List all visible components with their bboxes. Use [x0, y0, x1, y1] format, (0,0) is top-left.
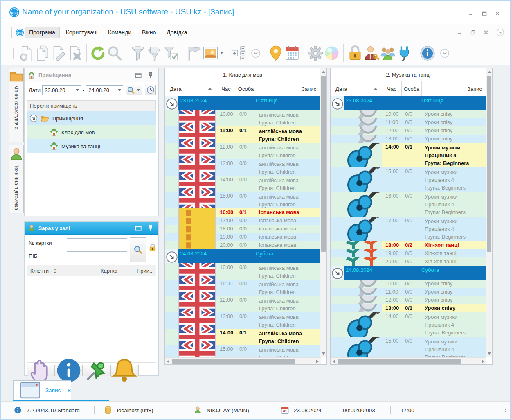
- menu-item[interactable]: Довідка: [162, 27, 191, 38]
- minimize-button[interactable]: [466, 10, 475, 17]
- schedule-slot-row[interactable]: 17:000/0іспанська мова: [165, 217, 320, 225]
- chevron-down-icon[interactable]: [74, 86, 81, 95]
- hall-extra-box[interactable]: [138, 365, 157, 375]
- schedule-slot-row[interactable]: 14:000/1Уроки музикиПрацівник 4Група: Be…: [331, 143, 486, 167]
- mdi-restore-button[interactable]: [470, 29, 476, 35]
- schedule-slot-row[interactable]: 12:000/0англійська моваГрупа: Children: [165, 296, 320, 312]
- column-header[interactable]: Особа: [401, 81, 421, 96]
- bell-button[interactable]: [110, 365, 138, 376]
- schedule-slot-row[interactable]: 10:000/0Уроки співу: [331, 280, 486, 288]
- card-number-input[interactable]: [67, 238, 127, 248]
- column-header[interactable]: Запис: [256, 81, 320, 96]
- overflow-icon[interactable]: [251, 45, 261, 62]
- colors-icon[interactable]: [324, 45, 340, 62]
- schedule-slot-row[interactable]: 14:000/0Уроки музикиПрацівник 4Група: Be…: [331, 312, 486, 337]
- schedule-slot-row[interactable]: 13:000/0англійська моваГрупа: Children: [165, 312, 320, 329]
- vertical-scroll-thumb[interactable]: [487, 76, 491, 252]
- schedule-slot-row[interactable]: 14:000/1англійська моваГрупа: Children: [165, 329, 320, 345]
- schedule-slot-row[interactable]: 20:000/0іспанська мова: [165, 241, 320, 249]
- panel-pin-icon[interactable]: [146, 224, 155, 232]
- column-header[interactable]: Час: [382, 81, 401, 96]
- hand-button[interactable]: [27, 365, 55, 376]
- flag-icon[interactable]: [186, 45, 202, 62]
- schedule-slot-row[interactable]: 15:000/0Уроки музикиПрацівник 4Група: Be…: [331, 167, 486, 192]
- schedule-slot-row[interactable]: 17:000/0Уроки музикиПрацівник 4Група: Be…: [331, 217, 486, 241]
- tree-room-row[interactable]: Музика та танці: [27, 139, 156, 153]
- schedule-slot-row[interactable]: 15:000/0англійська моваГрупа: Children: [165, 345, 320, 357]
- horizontal-scrollbar[interactable]: [165, 357, 321, 364]
- name-input[interactable]: [67, 251, 127, 261]
- column-header[interactable]: Запис: [421, 81, 486, 96]
- resize-grip-icon[interactable]: [501, 409, 507, 414]
- panel-pin-icon[interactable]: [146, 72, 155, 79]
- menu-item[interactable]: Команди: [104, 27, 136, 38]
- date-group-row[interactable]: 24.08.2024Субота: [331, 266, 486, 280]
- schedule-slot-row[interactable]: 13:000/0англійська моваГрупа: Children: [165, 159, 320, 176]
- date-group-row[interactable]: 23.08.2024П'ятниця: [165, 96, 320, 110]
- schedule-slot-row[interactable]: 12:000/0Уроки співу: [331, 126, 486, 135]
- vertical-scrollbar[interactable]: [320, 68, 326, 357]
- refresh-icon[interactable]: [90, 45, 106, 62]
- mdi-close-button[interactable]: [483, 29, 489, 35]
- panel-maximize-icon[interactable]: [134, 72, 143, 79]
- date-to-combo[interactable]: 24.08.20: [86, 85, 123, 95]
- schedule-slot-row[interactable]: 20:000/0Хіп-хоп танці: [331, 257, 486, 266]
- info-icon[interactable]: [419, 45, 436, 62]
- schedule-slot-row[interactable]: 16:000/0Уроки музикиПрацівник 4Група: Be…: [331, 192, 486, 217]
- tree-collapse-icon[interactable]: [230, 45, 247, 62]
- filter-apply-icon[interactable]: [162, 45, 179, 62]
- schedule-slot-row[interactable]: 10:000/0англійська моваГрупа: Children: [165, 110, 320, 126]
- calendar-icon[interactable]: [284, 45, 300, 62]
- column-header[interactable]: Особа: [236, 81, 256, 96]
- schedule-slot-row[interactable]: 11:000/0Уроки співу: [331, 288, 486, 296]
- clients-column-header[interactable]: Клієнти - 0: [27, 265, 97, 276]
- schedule-slot-row[interactable]: 13:000/0Уроки співу: [331, 135, 486, 143]
- search-split-button[interactable]: [126, 85, 143, 95]
- delete-record-icon[interactable]: [67, 45, 83, 62]
- menu-overflow-icon[interactable]: [496, 28, 504, 36]
- schedule-slot-row[interactable]: 13:000/1Уроки співу: [331, 304, 486, 312]
- schedule-slot-row[interactable]: 11:000/0Уроки співу: [331, 118, 486, 126]
- column-header[interactable]: Дата: [165, 81, 216, 96]
- time-button[interactable]: [145, 85, 156, 95]
- tree-room-row[interactable]: Клас для мов: [27, 125, 156, 139]
- card-column-header[interactable]: Картка: [97, 265, 133, 276]
- plugins-icon[interactable]: [396, 45, 412, 62]
- lock-icon[interactable]: [148, 243, 157, 252]
- schedule-slot-row[interactable]: 12:000/0англійська моваГрупа: Children: [165, 143, 320, 159]
- tab-zapis[interactable]: Запис ×: [13, 380, 71, 400]
- schedule-slot-row[interactable]: 16:000/1іспанська мова: [165, 208, 320, 217]
- menu-grip[interactable]: [11, 27, 14, 38]
- toolbar-grip[interactable]: [11, 48, 14, 59]
- close-button[interactable]: [493, 10, 502, 17]
- schedule-slot-row[interactable]: 19:000/0іспанська мова: [165, 233, 320, 241]
- panel-maximize-icon[interactable]: [134, 224, 143, 232]
- schedule-slot-row[interactable]: 11:000/1англійська моваГрупа: Children: [165, 126, 320, 143]
- lock-icon[interactable]: [347, 45, 363, 62]
- image-mode-icon[interactable]: [202, 45, 223, 62]
- vertical-scrollbar[interactable]: [486, 68, 492, 357]
- date-group-row[interactable]: 23.08.2024П'ятниця: [331, 96, 486, 110]
- schedule-slot-row[interactable]: 19:000/0Хіп-хоп танці: [331, 249, 486, 257]
- schedule-slot-row[interactable]: 11:000/0англійська моваГрупа: Children: [165, 280, 320, 296]
- date-group-row[interactable]: 24.08.2024Субота: [165, 249, 320, 263]
- column-header[interactable]: Дата: [331, 81, 382, 96]
- mdi-minimize-button[interactable]: [457, 29, 463, 35]
- collapse-group-icon[interactable]: [331, 98, 344, 110]
- settings-icon[interactable]: [307, 45, 324, 62]
- schedule-slot-row[interactable]: 15:000/0Уроки музикиПрацівник 4Група: Be…: [331, 337, 486, 357]
- maximize-button[interactable]: [480, 10, 489, 17]
- expand-icon[interactable]: [29, 114, 38, 122]
- hall-search-button[interactable]: [130, 237, 146, 262]
- horizontal-scroll-thumb[interactable]: [338, 359, 461, 364]
- menu-item[interactable]: Програма: [25, 27, 60, 38]
- horizontal-scrollbar[interactable]: [331, 357, 486, 364]
- search-options-icon[interactable]: [135, 85, 142, 95]
- filter-icon[interactable]: [130, 45, 146, 62]
- sidebar-tab-user-menu[interactable]: Меню користувача: [9, 68, 24, 142]
- edit-record-icon[interactable]: [50, 45, 67, 62]
- schedule-slot-row[interactable]: 14:000/0англійська моваГрупа: Children: [165, 176, 320, 192]
- column-header[interactable]: Час: [216, 81, 236, 96]
- arrival-column-header[interactable]: Прий...: [133, 265, 156, 276]
- schedule-slot-row[interactable]: 15:000/0англійська моваГрупа: Children: [165, 192, 320, 208]
